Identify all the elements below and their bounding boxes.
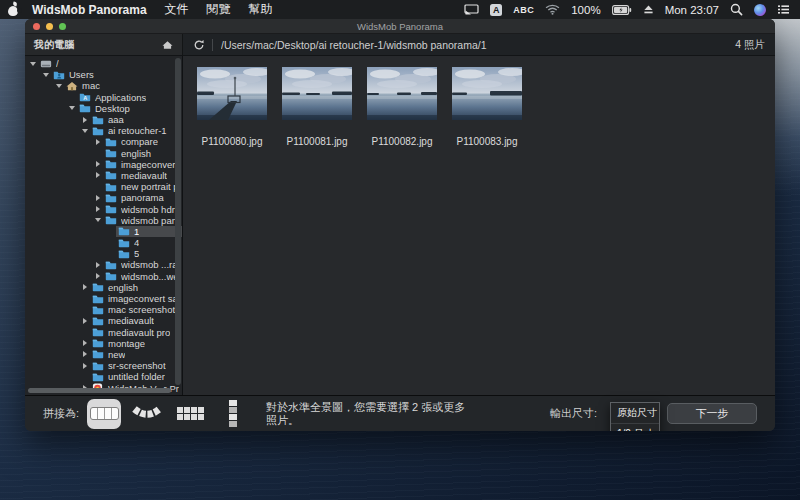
chevron-down-icon[interactable]: [54, 84, 64, 88]
tree-item-mediavault-pro[interactable]: mediavault pro: [25, 327, 182, 338]
menu-view[interactable]: 閱覽: [207, 1, 231, 18]
tree-item-applications[interactable]: AApplications: [25, 92, 182, 103]
stitch-mode-group: [87, 399, 250, 429]
lake-thumbnail[interactable]: [282, 67, 352, 120]
lake-thumbnail[interactable]: [367, 67, 437, 120]
tree-item-label: compare: [121, 136, 158, 147]
input-source-icon[interactable]: A: [490, 4, 502, 16]
folder-icon: [92, 115, 105, 125]
sidebar-vertical-scrollbar[interactable]: [175, 58, 181, 385]
pier-lake-thumbnail[interactable]: [197, 67, 267, 120]
battery-icon[interactable]: [612, 5, 632, 15]
menubar-clock[interactable]: Mon 23:07: [665, 4, 719, 16]
tree-item-english[interactable]: english: [25, 148, 182, 159]
tree-item-new[interactable]: new: [25, 349, 182, 360]
tree-item-mac-screenshots[interactable]: mac screenshots: [25, 304, 182, 315]
photo-item-p1100082-jpg[interactable]: P1100082.jpg: [367, 67, 437, 147]
eject-icon[interactable]: [643, 4, 654, 15]
horizontal-panorama-button[interactable]: [87, 399, 121, 429]
lake-thumbnail[interactable]: [452, 67, 522, 120]
menu-file[interactable]: 文件: [165, 1, 189, 18]
next-button[interactable]: 下一步: [667, 403, 757, 424]
tile-grid-button[interactable]: [173, 399, 207, 429]
cylinder-panorama-button[interactable]: [130, 399, 164, 429]
tree-item-desktop[interactable]: Desktop: [25, 103, 182, 114]
chevron-right-icon[interactable]: [80, 340, 90, 346]
output-size-option-1-2[interactable]: 1/2 尺寸: [611, 423, 659, 431]
menu-help[interactable]: 幫助: [249, 1, 273, 18]
tree-item-item[interactable]: /: [25, 58, 182, 69]
tree-item-new-portrait-p[interactable]: new portrait p: [25, 181, 182, 192]
title-bar[interactable]: WidsMob Panorama: [25, 19, 775, 34]
chevron-right-icon[interactable]: [80, 318, 90, 324]
wifi-icon[interactable]: [545, 4, 560, 15]
screen-mirroring-icon[interactable]: [464, 4, 479, 15]
chevron-right-icon[interactable]: [93, 195, 103, 201]
tree-item-widsmob-hdr[interactable]: widsmob hdr: [25, 203, 182, 214]
chevron-down-icon[interactable]: [80, 129, 90, 133]
minimize-window-button[interactable]: [46, 23, 53, 30]
folder-icon: [92, 338, 105, 348]
tree-item-imageconvert-sa[interactable]: imageconvert sa: [25, 293, 182, 304]
tree-item-imageconvert[interactable]: imageconvert: [25, 159, 182, 170]
chevron-right-icon[interactable]: [93, 262, 103, 268]
tree-item-compare[interactable]: compare: [25, 136, 182, 147]
tree-item-users[interactable]: Users: [25, 69, 182, 80]
chevron-right-icon[interactable]: [93, 139, 103, 145]
chevron-right-icon[interactable]: [80, 351, 90, 357]
home-icon[interactable]: [162, 40, 173, 50]
chevron-down-icon[interactable]: [67, 106, 77, 110]
chevron-right-icon[interactable]: [93, 161, 103, 167]
photo-item-p1100080-jpg[interactable]: P1100080.jpg: [197, 67, 267, 147]
tree-item-aaa[interactable]: aaa: [25, 114, 182, 125]
chevron-right-icon[interactable]: [80, 117, 90, 123]
notification-center-icon[interactable]: [777, 4, 790, 15]
output-size-option-item[interactable]: 原始尺寸: [611, 403, 659, 423]
tree-item-ai-retoucher-1[interactable]: ai retoucher-1: [25, 125, 182, 136]
tree-item-mediavault[interactable]: mediavault: [25, 170, 182, 181]
tree-item-panorama[interactable]: panorama: [25, 192, 182, 203]
spotlight-search-icon[interactable]: [730, 3, 743, 16]
input-source-abbr[interactable]: ABC: [513, 5, 534, 15]
tree-item-widsmob-we[interactable]: widsmob...we: [25, 271, 182, 282]
tree-item-label: sr-screenshot: [108, 360, 166, 371]
tree-item-widsmob-pan[interactable]: widsmob pan: [25, 215, 182, 226]
tree-item-1[interactable]: 1: [25, 226, 182, 237]
chevron-down-icon[interactable]: [28, 62, 38, 66]
battery-percent[interactable]: 100%: [571, 4, 600, 16]
tree-item-4[interactable]: 4: [25, 237, 182, 248]
tree-item-mac[interactable]: mac: [25, 80, 182, 91]
menu-app-name[interactable]: WidsMob Panorama: [32, 3, 147, 17]
chevron-right-icon[interactable]: [93, 172, 103, 178]
photo-item-p1100083-jpg[interactable]: P1100083.jpg: [452, 67, 522, 147]
siri-icon[interactable]: [754, 4, 766, 16]
tree-item-mediavault[interactable]: mediavault: [25, 315, 182, 326]
output-size-label: 輸出尺寸:: [550, 406, 597, 421]
sidebar-horizontal-scrollbar[interactable]: [28, 388, 171, 393]
chevron-down-icon[interactable]: [41, 73, 51, 77]
chevron-down-icon[interactable]: [93, 218, 103, 222]
refresh-icon[interactable]: [193, 39, 205, 51]
folder-icon: [118, 249, 131, 259]
folder-icon: [105, 137, 118, 147]
folder-icon: [105, 260, 118, 270]
menu-bar: WidsMob Panorama 文件 閱覽 幫助 A ABC 100% Mon…: [0, 0, 800, 19]
chevron-right-icon[interactable]: [93, 273, 103, 279]
chevron-right-icon[interactable]: [80, 284, 90, 290]
photo-item-p1100081-jpg[interactable]: P1100081.jpg: [282, 67, 352, 147]
tree-item-widsmob-ra[interactable]: widsmob ...ra: [25, 259, 182, 270]
tree-item-untitled-folder[interactable]: untitled folder: [25, 371, 182, 382]
vertical-panorama-icon: [229, 400, 237, 427]
tree-item-sr-screenshot[interactable]: sr-screenshot: [25, 360, 182, 371]
tree-item-montage[interactable]: montage: [25, 338, 182, 349]
tree-item-label: untitled folder: [108, 371, 165, 382]
close-window-button[interactable]: [33, 23, 40, 30]
folder-icon: [92, 282, 105, 292]
tree-item-english[interactable]: english: [25, 282, 182, 293]
chevron-right-icon[interactable]: [93, 206, 103, 212]
zoom-window-button[interactable]: [59, 23, 66, 30]
apple-menu-icon[interactable]: [8, 3, 20, 17]
chevron-right-icon[interactable]: [80, 363, 90, 369]
vertical-panorama-button[interactable]: [216, 399, 250, 429]
tree-item-5[interactable]: 5: [25, 248, 182, 259]
